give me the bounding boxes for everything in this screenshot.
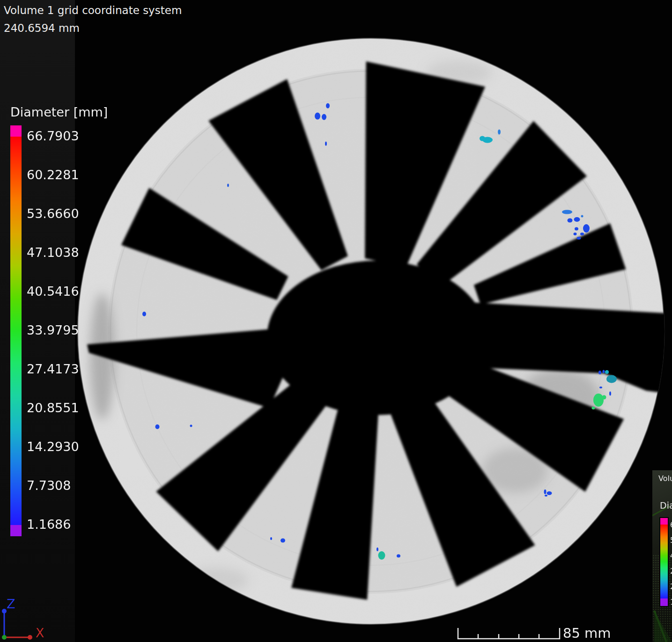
defect-marker xyxy=(599,387,602,388)
defect-marker xyxy=(574,233,577,235)
defect-marker xyxy=(227,184,229,187)
mini-legend-tick-fragment: 2 xyxy=(670,567,672,576)
legend-tick-value: 7.7308 xyxy=(27,478,71,493)
legend-tick-value: 33.9795 xyxy=(27,323,79,337)
legend-tick-value: 40.5416 xyxy=(27,284,79,299)
mini-legend-tick-fragment: 6 xyxy=(670,521,672,529)
defect-marker xyxy=(583,224,590,233)
defect-marker xyxy=(270,537,272,540)
defect-marker xyxy=(544,489,546,494)
view-header: Volume 1 grid coordinate system 240.6594… xyxy=(4,3,182,36)
defect-marker xyxy=(580,233,584,235)
defect-marker xyxy=(605,370,609,374)
defect-marker xyxy=(547,491,552,495)
defect-marker xyxy=(322,114,326,120)
defect-marker xyxy=(562,210,572,214)
legend-gradient xyxy=(10,137,22,525)
legend-tick-value: 66.7903 xyxy=(27,129,79,143)
mini-legend-overflow-bottom xyxy=(660,598,668,606)
mini-legend-gradient xyxy=(660,525,668,598)
defect-marker xyxy=(592,407,595,409)
ct-analysis-app: Volume 1 grid coordinate system 240.6594… xyxy=(0,0,672,642)
defect-marker xyxy=(377,547,378,551)
defect-marker xyxy=(315,113,320,120)
defect-marker xyxy=(482,137,493,143)
defect-marker xyxy=(602,395,606,400)
slice-view[interactable] xyxy=(0,0,672,642)
defect-marker xyxy=(545,495,547,496)
legend-tick-value: 20.8551 xyxy=(27,401,79,415)
ct-slice-wheel xyxy=(77,37,672,642)
defect-marker xyxy=(598,371,601,374)
defect-marker xyxy=(281,539,285,543)
defect-marker xyxy=(606,375,617,383)
defect-marker xyxy=(603,370,605,373)
defect-marker xyxy=(581,215,583,218)
scale-bar-label: 85 mm xyxy=(563,625,611,641)
legend-title: Diameter [mm] xyxy=(10,105,108,119)
mini-legend-tick-fragment: 5 xyxy=(670,536,672,545)
mini-legend-title: Dia xyxy=(660,500,672,511)
legend-tick-value: 14.2930 xyxy=(27,439,79,454)
defect-marker xyxy=(397,554,400,558)
mini-legend-color-bar xyxy=(659,517,669,607)
legend-tick-value: 53.6660 xyxy=(27,206,79,221)
mini-legend-overflow-top xyxy=(660,518,668,525)
view-title: Volume 1 grid coordinate system xyxy=(4,3,182,18)
defect-marker xyxy=(326,103,330,109)
legend-tick-value: 60.2281 xyxy=(27,168,79,182)
defect-marker xyxy=(155,424,160,429)
defect-marker xyxy=(325,142,327,146)
mini-legend-tick-fragment: 2 xyxy=(670,583,672,591)
legend-tick-value: 1.1686 xyxy=(27,517,71,532)
legend-overflow-top xyxy=(10,125,22,137)
defect-marker xyxy=(378,551,385,560)
legend-tick-value: 47.1038 xyxy=(27,245,79,260)
defect-marker xyxy=(142,312,146,316)
mini-legend-tick-fragment: 4 xyxy=(670,552,672,560)
legend-color-bar xyxy=(10,125,22,536)
secondary-view-clipped[interactable]: Volu Dia 654221 xyxy=(652,470,672,642)
defect-marker xyxy=(575,227,578,231)
defect-marker xyxy=(498,130,501,135)
defect-marker xyxy=(190,425,192,427)
defect-marker xyxy=(609,392,611,396)
defect-marker xyxy=(574,217,580,222)
defect-marker xyxy=(577,237,581,240)
slice-position: 240.6594 mm xyxy=(4,21,182,36)
mini-legend-tick-fragment: 1 xyxy=(670,598,672,606)
legend-tick-value: 27.4173 xyxy=(27,362,79,376)
mini-view-title: Volu xyxy=(658,474,672,483)
legend-overflow-bottom xyxy=(10,525,22,536)
defect-marker xyxy=(568,219,573,223)
defect-marker xyxy=(593,394,604,407)
